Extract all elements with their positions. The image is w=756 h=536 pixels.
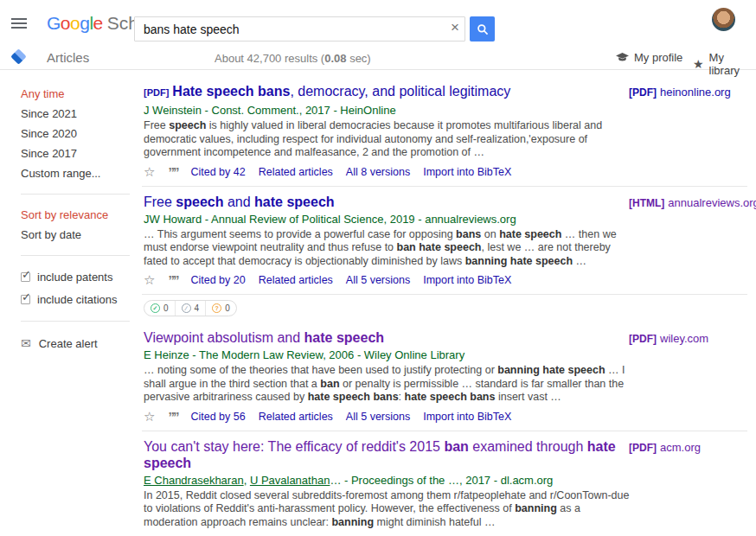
cited-by-link[interactable]: Cited by 20 [190,274,245,286]
scite-supporting: ✓0 [144,301,176,316]
top-bar: GoogleScholar × [0,0,756,48]
results-list: [PDF]Hate speech bans, democracy, and po… [142,71,747,536]
all-versions-link[interactable]: All 5 versions [346,274,410,286]
result-title-link[interactable]: Free speech and hate speech [144,194,630,210]
result-byline: J Weinstein - Const. Comment., 2017 - He… [144,104,630,118]
sidebar-checkbox-row[interactable]: ✓include patents [21,271,142,284]
search-result: [PDF]Hate speech bans, democracy, and po… [142,76,747,187]
scite-mentioning-count: 4 [195,303,200,313]
search-icon [477,23,489,35]
fulltext-link[interactable]: [PDF]wiley.com [629,331,708,347]
sidebar-sort[interactable]: Sort by relevance [21,209,142,220]
sidebar-filter[interactable]: Any time [21,88,142,99]
sidebar-filter[interactable]: Since 2017 [21,148,142,159]
sidebar: Any timeSince 2021Since 2020Since 2017Cu… [0,71,142,350]
search-result: Viewpoint absolutism and hate speechE He… [142,322,747,431]
sidebar-filter[interactable]: Since 2021 [21,108,142,119]
checkbox-label: include patents [37,271,112,284]
pdf-tag: [PDF] [144,87,169,98]
result-title-link[interactable]: [PDF]Hate speech bans, democracy, and po… [144,83,630,101]
all-versions-link[interactable]: All 8 versions [346,166,410,178]
fulltext-link[interactable]: [PDF]acm.org [629,440,701,456]
checkbox-label: include citations [37,293,118,306]
fulltext-link[interactable]: [HTML]annualreviews.org [629,195,756,211]
checkmark-icon: ✓ [22,290,31,303]
result-snippet: … noting some of the theories that have … [144,364,631,405]
scite-mentioning: ∕4 [176,301,207,316]
sidebar-divider [21,255,130,256]
result-snippet: In 2015, Reddit closed several subreddit… [144,489,631,530]
fulltext-tag: [HTML] [629,197,664,209]
fulltext-domain: heinonline.org [660,86,731,99]
my-profile-label: My profile [634,51,682,64]
fulltext-tag: [PDF] [629,86,657,99]
related-articles-link[interactable]: Related articles [259,166,333,178]
sub-header: Articles About 42,700 results (0.08 sec)… [0,48,756,70]
sidebar-filter[interactable]: Since 2020 [21,128,142,139]
scite-mentioning-icon: ∕ [182,303,191,313]
create-alert-button[interactable]: ✉ Create alert [21,336,142,350]
cited-by-link[interactable]: Cited by 56 [190,411,245,423]
result-snippet: Free speech is highly valued in liberal … [144,119,631,160]
articles-icon[interactable] [10,48,26,64]
my-profile-link[interactable]: My profile [616,51,682,64]
cite-quote-icon[interactable]: ”” [168,412,177,421]
sidebar-divider [21,321,130,322]
import-bibtex-link[interactable]: Import into BibTeX [423,411,511,423]
result-title-link[interactable]: Viewpoint absolutism and hate speech [144,329,630,346]
result-actions: ☆””Cited by 42Related articlesAll 8 vers… [144,166,747,178]
cite-quote-icon[interactable]: ”” [168,168,177,176]
library-star-icon: ★ [693,57,704,71]
sidebar-sort[interactable]: Sort by date [21,229,142,240]
scite-badge[interactable]: ✓0∕4?0 [144,300,237,316]
sidebar-divider [21,194,130,195]
search-result: Free speech and hate speechJW Howard - A… [142,187,747,296]
import-bibtex-link[interactable]: Import into BibTeX [423,274,511,286]
search-button[interactable] [470,16,495,41]
scite-contrasting: ?0 [206,301,236,316]
hamburger-menu-icon[interactable] [11,18,27,30]
result-byline: E Heinze - The Modern Law Review, 2006 -… [144,348,630,362]
scite-supporting-icon: ✓ [151,303,160,313]
scite-contrasting-icon: ? [212,303,221,313]
fulltext-link[interactable]: [PDF]heinonline.org [629,85,731,100]
result-byline: E Chandrasekharan, U Pavalanathan… - Pro… [144,474,630,488]
result-byline: JW Howard - Annual Review of Political S… [144,213,630,227]
google-logo-letters: Google [47,13,103,33]
fulltext-domain: wiley.com [660,332,708,345]
result-title-link[interactable]: You can't stay here: The efficacy of red… [144,438,630,471]
graduation-cap-icon [616,53,629,63]
fulltext-domain: annualreviews.org [668,196,756,209]
result-actions: ☆””Cited by 56Related articlesAll 5 vers… [144,411,747,423]
save-star-icon[interactable]: ☆ [144,275,155,285]
search-result: You can't stay here: The efficacy of red… [142,431,747,536]
checkmark-icon: ✓ [22,268,31,281]
avatar[interactable] [712,8,735,31]
scite-supporting-count: 0 [163,303,169,313]
fulltext-tag: [PDF] [629,333,657,345]
checkbox-icon: ✓ [21,272,30,282]
sidebar-checkbox-row[interactable]: ✓include citations [21,293,142,306]
related-articles-link[interactable]: Related articles [259,411,333,423]
search-input[interactable] [134,16,465,41]
create-alert-label: Create alert [39,337,98,350]
cite-quote-icon[interactable]: ”” [168,276,177,284]
result-snippet: … This argument seems to provide a power… [144,228,631,269]
cited-by-link[interactable]: Cited by 42 [190,166,245,178]
sidebar-filter[interactable]: Custom range... [21,168,142,179]
related-articles-link[interactable]: Related articles [259,274,333,286]
result-actions: ☆””Cited by 20Related articlesAll 5 vers… [144,274,747,286]
articles-label: Articles [47,50,89,65]
envelope-icon: ✉ [21,336,31,350]
clear-search-icon[interactable]: × [447,19,463,36]
fulltext-domain: acm.org [660,441,701,454]
fulltext-tag: [PDF] [629,442,657,454]
save-star-icon[interactable]: ☆ [144,412,155,422]
save-star-icon[interactable]: ☆ [144,167,155,177]
checkbox-icon: ✓ [21,295,30,304]
import-bibtex-link[interactable]: Import into BibTeX [423,166,511,178]
results-stats: About 42,700 results (0.08 sec) [215,52,371,65]
all-versions-link[interactable]: All 5 versions [346,411,410,423]
scite-contrasting-count: 0 [225,303,230,313]
